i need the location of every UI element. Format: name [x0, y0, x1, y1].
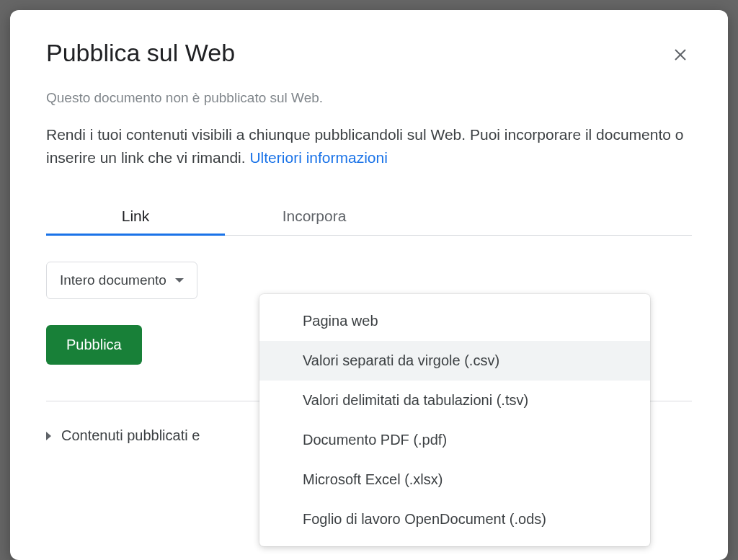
learn-more-link[interactable]: Ulteriori informazioni [249, 149, 387, 166]
document-scope-select[interactable]: Intero documento [46, 262, 197, 299]
tab-bar: Link Incorpora [46, 197, 692, 236]
tab-embed[interactable]: Incorpora [225, 197, 404, 235]
menu-item-xlsx[interactable]: Microsoft Excel (.xlsx) [259, 460, 650, 499]
expando-label: Contenuti pubblicati e [61, 427, 200, 444]
caret-down-icon [175, 278, 184, 283]
menu-item-ods[interactable]: Foglio di lavoro OpenDocument (.ods) [259, 499, 650, 539]
document-scope-label: Intero documento [60, 272, 166, 288]
menu-item-tsv[interactable]: Valori delimitati da tabulazioni (.tsv) [259, 381, 650, 420]
menu-item-pdf[interactable]: Documento PDF (.pdf) [259, 420, 650, 460]
tab-link[interactable]: Link [46, 197, 225, 235]
close-icon [672, 46, 689, 63]
dialog-title: Pubblica sul Web [46, 39, 235, 67]
format-dropdown-menu: Pagina web Valori separati da virgole (.… [259, 294, 650, 546]
dialog-header: Pubblica sul Web [46, 39, 692, 67]
menu-item-csv[interactable]: Valori separati da virgole (.csv) [259, 341, 650, 381]
publish-status: Questo documento non è pubblicato sul We… [46, 90, 692, 106]
menu-item-webpage[interactable]: Pagina web [259, 301, 650, 341]
caret-right-icon [46, 432, 51, 440]
close-button[interactable] [669, 43, 692, 66]
publish-button[interactable]: Pubblica [46, 325, 142, 365]
publish-dialog: Pubblica sul Web Questo documento non è … [10, 10, 728, 560]
dialog-description: Rendi i tuoi contenuti visibili a chiunq… [46, 123, 692, 169]
